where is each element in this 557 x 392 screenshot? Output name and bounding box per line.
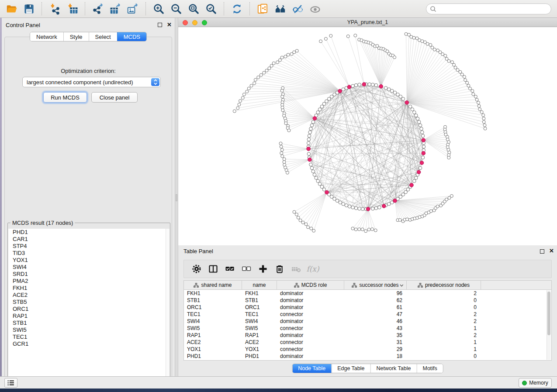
list-item[interactable]: PMA2	[8, 278, 170, 285]
list-item[interactable]: SRD1	[8, 271, 170, 278]
delete-column-button[interactable]	[288, 261, 304, 276]
control-panel-title: Control Panel	[6, 22, 40, 28]
list-item[interactable]: SWI4	[8, 264, 170, 271]
list-item[interactable]: YOX1	[8, 257, 170, 264]
column-header-predecessor-nodes[interactable]: predecessor nodes	[407, 281, 481, 289]
table-row[interactable]: TEC1TEC1connector472	[184, 311, 551, 318]
table-row[interactable]: ACE2ACE2connector311	[184, 339, 551, 346]
refresh-button[interactable]	[228, 1, 246, 17]
list-item[interactable]: STP4	[8, 243, 170, 250]
tab-motifs[interactable]: Motifs	[416, 364, 443, 373]
column-header-name[interactable]: name	[242, 281, 277, 289]
table-row[interactable]: PHD1PHD1dominator180	[184, 353, 551, 360]
zoom-selected-button[interactable]	[202, 1, 220, 17]
search-box[interactable]	[426, 3, 551, 14]
float-panel-icon[interactable]	[158, 23, 162, 27]
table-panel: Table Panel ✕ f(x) shared namenameMCDS r…	[178, 245, 557, 376]
mcds-result-group: MCDS result (17 nodes) PHD1CAR1STP4TID3Y…	[7, 223, 170, 385]
list-item[interactable]: STB1	[8, 320, 170, 327]
tab-node-table[interactable]: Node Table	[292, 364, 331, 373]
shared-column-icon	[194, 283, 199, 288]
list-item[interactable]: FKH1	[8, 285, 170, 292]
delete-button[interactable]	[271, 261, 288, 276]
hide-graphics-button[interactable]	[289, 1, 306, 17]
list-item[interactable]: ORC1	[8, 306, 170, 313]
mcds-list-scrollbar[interactable]	[166, 229, 170, 384]
select-all-button[interactable]	[221, 261, 238, 276]
column-header-shared-name[interactable]: shared name	[184, 281, 242, 289]
tab-edge-table[interactable]: Edge Table	[331, 364, 370, 373]
column-header-MCDS-role[interactable]: MCDS role	[277, 281, 344, 289]
clone-network-button[interactable]	[254, 1, 271, 17]
table-row[interactable]: SWI4SWI4dominator462	[184, 318, 551, 325]
table-row[interactable]: SWI5SWI5connector431	[184, 325, 551, 332]
list-item[interactable]: STB5	[8, 299, 170, 306]
add-button[interactable]	[255, 261, 271, 276]
list-item[interactable]: ACE2	[8, 292, 170, 299]
splitter-grip[interactable]	[176, 194, 177, 201]
table-row[interactable]: STB1STB1dominator620	[184, 297, 551, 304]
list-item[interactable]: TID3	[8, 250, 170, 257]
table-row[interactable]: RAP1RAP1dominator352	[184, 332, 551, 339]
close-panel-button[interactable]: Close panel	[91, 92, 138, 103]
select-stepper-icon	[151, 78, 159, 86]
column-header-successor-nodes[interactable]: successor nodes	[344, 281, 407, 289]
cell-successors: 43	[344, 325, 407, 332]
function-button[interactable]: f(x)	[304, 261, 321, 276]
network-graph[interactable]	[178, 27, 557, 245]
table-row[interactable]: ORC1ORC1dominator610	[184, 304, 551, 311]
export-table-button[interactable]	[107, 1, 124, 17]
search-input[interactable]	[439, 6, 551, 12]
tab-select[interactable]: Select	[89, 32, 117, 41]
zoom-in-button[interactable]	[150, 1, 167, 17]
import-network-button[interactable]	[46, 1, 63, 17]
table-scrollbar[interactable]	[547, 290, 551, 360]
list-item[interactable]: TEC1	[8, 334, 170, 340]
mcds-result-list[interactable]: PHD1CAR1STP4TID3YOX1SWI4SRD1PMA2FKH1ACE2…	[8, 229, 170, 384]
table-row[interactable]: YOX1YOX1connector291	[184, 346, 551, 353]
list-item[interactable]: CAR1	[8, 236, 170, 243]
save-button[interactable]	[20, 1, 38, 17]
list-item[interactable]: RAP1	[8, 313, 170, 320]
cell-shared-name: SWI4	[184, 318, 242, 325]
optimization-criterion-select[interactable]: largest connected component (undirected)	[22, 77, 161, 87]
list-item[interactable]: SWI5	[8, 327, 170, 334]
list-item[interactable]: PHD1	[8, 229, 170, 236]
table-row[interactable]: FKH1FKH1dominator962	[184, 290, 551, 297]
tab-network[interactable]: Network	[30, 32, 63, 41]
tab-network-table[interactable]: Network Table	[370, 364, 417, 373]
cell-shared-name: TEC1	[184, 311, 242, 318]
settings-button[interactable]	[188, 261, 205, 276]
tab-style[interactable]: Style	[63, 32, 89, 41]
float-table-panel-icon[interactable]	[540, 249, 544, 254]
panel-splitter[interactable]	[175, 18, 178, 376]
run-mcds-button[interactable]: Run MCDS	[43, 92, 87, 103]
memory-button[interactable]: Memory	[519, 378, 552, 388]
show-graphics-icon	[309, 3, 321, 15]
zoom-fit-button[interactable]	[185, 1, 202, 17]
export-network-button[interactable]	[89, 1, 107, 17]
cell-role: connector	[277, 339, 344, 346]
network-window-titlebar[interactable]: YPA_prune.txt_1	[178, 18, 557, 27]
zoom-out-button[interactable]	[167, 1, 185, 17]
tab-mcds[interactable]: MCDS	[117, 32, 146, 41]
show-graphics-button[interactable]	[306, 1, 324, 17]
network-canvas[interactable]	[178, 27, 557, 245]
table-scrollbar-thumb[interactable]	[547, 292, 550, 335]
node-table[interactable]: shared namenameMCDS rolesuccessor nodesp…	[183, 280, 552, 361]
cell-name: YOX1	[242, 346, 277, 353]
open-file-button[interactable]	[3, 1, 20, 17]
list-item[interactable]: GCR1	[8, 340, 170, 347]
open-file-icon	[6, 3, 17, 15]
close-panel-icon[interactable]: ✕	[167, 21, 172, 28]
columns-button[interactable]	[205, 261, 221, 276]
deselect-all-button[interactable]	[238, 261, 255, 276]
cell-role: dominator	[277, 332, 344, 339]
cell-predecessors: 2	[407, 332, 481, 339]
export-image-button[interactable]	[124, 1, 142, 17]
task-history-button[interactable]	[4, 378, 17, 388]
import-table-button[interactable]	[63, 1, 81, 17]
close-table-panel-icon[interactable]: ✕	[549, 248, 554, 254]
columns-icon	[208, 264, 218, 274]
network-search-button[interactable]	[271, 1, 289, 17]
